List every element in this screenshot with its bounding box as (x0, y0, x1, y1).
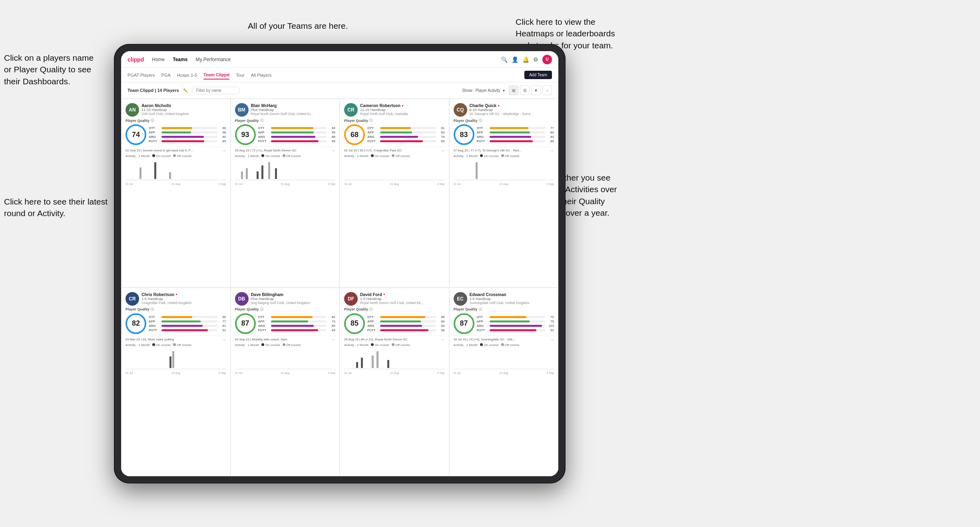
show-select[interactable]: Show: Player Activity ▾ (462, 88, 505, 93)
date-mid: 21 Aug (390, 183, 399, 185)
player-name[interactable]: Cameron Robertson● (360, 103, 445, 108)
quality-score[interactable]: 74 (125, 124, 146, 145)
quality-info-icon[interactable]: ⓘ (260, 118, 263, 123)
latest-round[interactable]: 02 Sep 23 | Sunset round to get back int… (125, 147, 226, 153)
off-course-legend: Off course (283, 343, 301, 347)
subnav-hcaps[interactable]: Hcaps 1-5 (177, 71, 197, 79)
player-name[interactable]: Chris Robertson● (141, 292, 226, 297)
stat-bar-app (380, 131, 412, 133)
stat-label-app: APP (258, 131, 269, 134)
nav-bar: clippd Home Teams My Performance 🔍 👤 🔔 ⚙… (121, 51, 558, 68)
player-avatar[interactable]: DB (235, 292, 249, 306)
stat-bar-putt (271, 140, 319, 142)
stat-row-ott: OTT 60 (149, 126, 226, 130)
quality-info-icon[interactable]: ⓘ (479, 118, 482, 123)
quality-info-icon[interactable]: ⓘ (479, 307, 482, 312)
quality-info-icon[interactable]: ⓘ (151, 118, 154, 123)
player-name[interactable]: Aaron Nicholls (141, 103, 226, 108)
subnav-pgat[interactable]: PGAT Players (127, 71, 155, 79)
on-course-legend: On course (480, 154, 498, 158)
player-card[interactable]: DB Dave Billingham Plus Handicap Sog Mag… (231, 288, 340, 477)
activity-chart (344, 348, 445, 369)
grid-view-button[interactable]: ⊞ (509, 86, 518, 95)
edit-icon[interactable]: ✏️ (183, 88, 188, 93)
nav-home[interactable]: Home (152, 55, 165, 64)
verified-badge: ● (175, 292, 177, 296)
player-card[interactable]: CQ Charlie Quick● 6-10 Handicap St. Geor… (449, 99, 559, 288)
settings-icon[interactable]: ⚙ (533, 56, 538, 63)
player-name[interactable]: Dave Billingham (251, 292, 336, 297)
player-avatar[interactable]: DF (344, 292, 358, 306)
player-card[interactable]: BM Blair McHarg Plus Handicap Royal Nort… (231, 99, 340, 288)
latest-round[interactable]: 03 Mar 23 | 19, Must make putting → (125, 336, 226, 342)
chart-dates: 31 Jul 21 Aug 4 Sep (235, 183, 336, 185)
search-icon[interactable]: 🔍 (501, 56, 508, 63)
arrow-right-icon: → (222, 148, 226, 153)
latest-round-text: 18 Jul 23 | 74 (+4), Sunningdale GC - Ol… (454, 338, 550, 341)
player-avatar[interactable]: CQ (454, 103, 467, 117)
quality-score[interactable]: 68 (344, 124, 365, 145)
stat-row-putt: PUTT 96 (367, 328, 445, 332)
stat-bar-bg-arg (271, 136, 327, 138)
player-card[interactable]: DF David Ford● 1-5 Handicap Royal North … (340, 288, 449, 477)
player-name[interactable]: Charlie Quick● (470, 103, 554, 108)
quality-info-icon[interactable]: ⓘ (151, 307, 154, 312)
date-mid: 21 Aug (281, 372, 290, 374)
player-name[interactable]: Edward Crossman (470, 292, 554, 297)
quality-score[interactable]: 83 (454, 124, 474, 145)
latest-round[interactable]: 02 Jul 23 | 59 (+17), Craigmillar Park G… (344, 147, 445, 153)
stat-bar-bg-arg (271, 325, 327, 327)
player-avatar[interactable]: BM (235, 103, 249, 117)
quality-info-icon[interactable]: ⓘ (369, 307, 372, 312)
player-avatar[interactable]: CR (125, 292, 139, 306)
bell-icon[interactable]: 🔔 (522, 56, 529, 63)
player-avatar[interactable]: EC (454, 292, 467, 306)
stat-value-ott: 60 (219, 315, 226, 319)
date-start: 31 Jul (344, 183, 352, 185)
latest-round[interactable]: 04 Sep 23 | Mobility with coach, Gym → (235, 336, 336, 342)
player-header: CQ Charlie Quick● 6-10 Handicap St. Geor… (454, 103, 554, 117)
quality-score[interactable]: 85 (344, 313, 365, 334)
latest-round-text: 26 Aug 23 | 73 (+1), Royal North Devon G… (235, 149, 332, 152)
quality-row: 68 OTT 61 APP 63 ARG (344, 124, 445, 145)
quality-score[interactable]: 87 (235, 313, 256, 334)
subnav-team-clippd[interactable]: Team Clippd (203, 71, 229, 80)
quality-score[interactable]: 93 (235, 124, 256, 145)
player-name[interactable]: Blair McHarg (251, 103, 336, 108)
filter-button[interactable]: ▼ (531, 86, 541, 95)
list-view-button[interactable]: ☰ (520, 86, 530, 95)
player-card[interactable]: EC Edward Crossman 1-5 Handicap Sunningd… (449, 288, 559, 477)
stat-value-ott: 73 (547, 315, 554, 319)
player-card[interactable]: CR Cameron Robertson● 11-15 Handicap Roy… (340, 99, 449, 288)
nav-teams[interactable]: Teams (173, 55, 187, 64)
latest-round[interactable]: 07 Aug 23 | 77 (+7), St George's Hill GC… (454, 147, 554, 153)
date-mid: 21 Aug (390, 372, 399, 374)
filter-input[interactable] (192, 87, 240, 94)
player-avatar[interactable]: AN (125, 103, 139, 117)
date-mid: 21 Aug (500, 372, 508, 374)
quality-info-icon[interactable]: ⓘ (260, 307, 263, 312)
quality-score[interactable]: 82 (125, 313, 146, 334)
latest-round[interactable]: 26 Aug 23 | 84 (+12), Royal North Devon … (344, 336, 445, 342)
player-avatar[interactable]: CR (344, 103, 358, 117)
user-avatar[interactable]: U (542, 55, 552, 64)
sort-button[interactable]: ↕ (542, 86, 552, 95)
quality-score[interactable]: 87 (454, 313, 474, 334)
player-card[interactable]: CR Chris Robertson● 1-5 Handicap Craigmi… (121, 288, 231, 477)
player-name[interactable]: David Ford● (360, 292, 445, 297)
stat-label-putt: PUTT (477, 328, 488, 332)
stat-bar-bg-ott (271, 316, 327, 318)
player-card[interactable]: AN Aaron Nicholls 11-15 Handicap Drift G… (121, 99, 231, 288)
person-icon[interactable]: 👤 (512, 56, 518, 63)
latest-round[interactable]: 18 Jul 23 | 74 (+4), Sunningdale GC - Ol… (454, 336, 554, 342)
subnav-all-players[interactable]: All Players (251, 71, 272, 79)
latest-round[interactable]: 26 Aug 23 | 73 (+1), Royal North Devon G… (235, 147, 336, 153)
nav-my-performance[interactable]: My Performance (195, 55, 231, 64)
subnav-pga[interactable]: PGA (161, 71, 171, 79)
add-team-button[interactable]: Add Team (524, 71, 552, 79)
stat-row-arg: ARG 84 (149, 135, 226, 139)
stat-value-arg: 103 (547, 324, 554, 328)
quality-info-icon[interactable]: ⓘ (369, 118, 372, 123)
stat-bar-ott (380, 316, 425, 318)
subnav-tour[interactable]: Tour (236, 71, 244, 79)
